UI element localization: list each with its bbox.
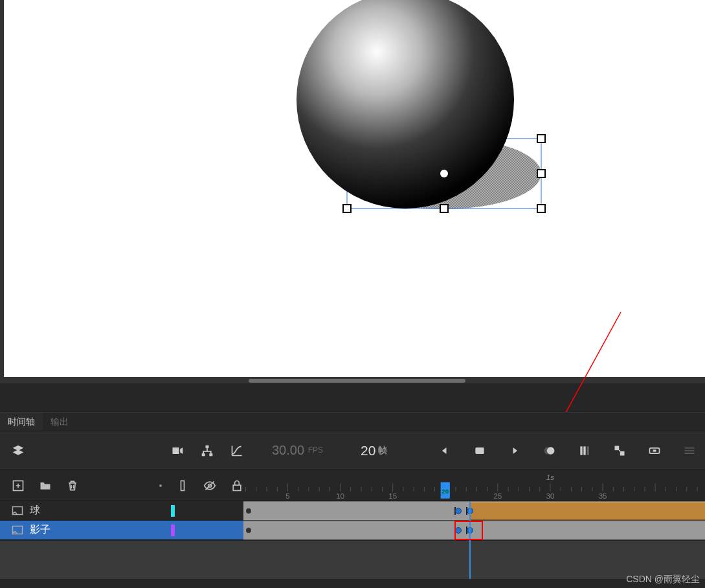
layer-track[interactable]	[243, 501, 705, 521]
svg-rect-9	[440, 205, 448, 212]
layer-header-row: 51015202530351s 20	[0, 470, 705, 501]
folder-icon[interactable]	[39, 479, 52, 492]
camera-icon[interactable]	[171, 444, 184, 457]
svg-rect-7	[537, 170, 545, 177]
trash-icon[interactable]	[66, 479, 79, 492]
curve-editor-icon[interactable]	[230, 444, 243, 457]
svg-rect-88	[13, 507, 23, 515]
loop-icon[interactable]	[648, 444, 661, 457]
frame-value[interactable]: 20	[361, 443, 375, 458]
keyframe[interactable]	[455, 508, 462, 514]
menu-icon[interactable]	[683, 444, 696, 457]
svg-text:1s: 1s	[546, 473, 554, 481]
insert-keyframe-icon[interactable]: A	[473, 444, 486, 457]
watermark: CSDN @雨翼轻尘	[626, 574, 700, 585]
ruler[interactable]: 51015202530351s 20	[243, 470, 705, 501]
svg-rect-26	[685, 447, 695, 449]
timeline-toolbar: 30.00 FPS 20 帧 A	[0, 431, 705, 470]
layers-area: 球 影子	[0, 501, 705, 540]
next-keyframe-icon[interactable]	[508, 444, 521, 457]
panel-tabs: 时间轴 输出	[0, 412, 705, 431]
layer-color-chip[interactable]	[171, 525, 175, 536]
svg-rect-8	[343, 205, 351, 212]
svg-rect-10	[537, 205, 545, 212]
keyframe[interactable]	[467, 527, 473, 534]
svg-rect-27	[685, 450, 695, 451]
anchor-point[interactable]	[440, 170, 448, 177]
svg-rect-14	[209, 453, 212, 456]
svg-text:30: 30	[546, 492, 555, 499]
svg-rect-5	[537, 135, 545, 142]
layer-color-chip[interactable]	[171, 505, 175, 517]
svg-rect-20	[583, 446, 585, 455]
tab-output[interactable]: 输出	[43, 413, 76, 431]
prev-keyframe-icon[interactable]	[438, 444, 451, 457]
svg-rect-21	[587, 446, 588, 455]
fps-value[interactable]: 30.00	[272, 443, 304, 457]
onion-range-icon[interactable]	[578, 444, 591, 457]
svg-rect-19	[580, 446, 582, 455]
tracks-empty-area[interactable]	[0, 540, 705, 579]
fps-label: FPS	[308, 446, 323, 455]
svg-rect-23	[620, 451, 625, 455]
lock-icon[interactable]	[230, 479, 243, 492]
graph-node-icon[interactable]	[201, 444, 214, 457]
visibility-icon[interactable]	[203, 479, 216, 492]
separator-dot	[159, 484, 162, 487]
svg-text:25: 25	[493, 492, 502, 499]
svg-text:5: 5	[285, 492, 289, 499]
stage-h-scrollbar-track[interactable]	[4, 377, 705, 383]
svg-text:15: 15	[388, 492, 397, 499]
svg-text:10: 10	[336, 492, 344, 499]
svg-rect-12	[206, 445, 209, 447]
svg-text:20: 20	[442, 488, 449, 495]
stage-h-scrollbar-thumb[interactable]	[249, 379, 465, 383]
keyframe[interactable]	[455, 527, 462, 534]
layer-name: 影子	[30, 523, 164, 537]
layer-type-icon	[12, 506, 23, 515]
highlight-icon[interactable]	[176, 479, 189, 492]
layer-type-icon	[12, 525, 23, 535]
tab-timeline[interactable]: 时间轴	[0, 413, 43, 431]
svg-point-18	[547, 447, 555, 455]
svg-rect-30	[181, 481, 185, 490]
keyframe[interactable]	[467, 508, 473, 514]
layer-track[interactable]	[243, 521, 705, 540]
svg-rect-25	[653, 449, 656, 451]
split-icon[interactable]	[613, 444, 626, 457]
layer-row[interactable]: 球	[0, 501, 705, 521]
svg-rect-13	[202, 453, 205, 456]
stage[interactable]	[0, 0, 705, 383]
svg-rect-28	[685, 453, 695, 454]
new-layer-icon[interactable]	[12, 479, 25, 492]
svg-text:A: A	[482, 444, 485, 449]
svg-rect-22	[615, 446, 620, 450]
ball-shape[interactable]	[297, 0, 514, 209]
layers-icon[interactable]	[12, 444, 25, 457]
svg-text:35: 35	[599, 492, 607, 499]
onion-skin-icon[interactable]	[543, 444, 556, 457]
stage-content	[4, 0, 705, 383]
frame-label: 帧	[378, 445, 387, 455]
layer-name: 球	[30, 504, 164, 517]
timeline-panel: 时间轴 输出 30.00 FPS 20 帧 A	[0, 412, 705, 579]
svg-rect-89	[13, 526, 23, 534]
svg-rect-33	[233, 485, 241, 490]
playhead[interactable]: 20	[441, 482, 450, 498]
layer-row[interactable]: 影子	[0, 521, 705, 540]
